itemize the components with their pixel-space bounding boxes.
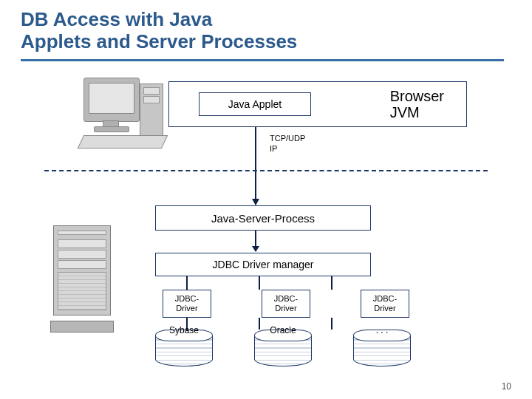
- database-icon: Oracle: [254, 330, 312, 335]
- jdbc-driver-row: JDBC- Driver JDBC- Driver JDBC- Driver: [163, 290, 409, 318]
- protocol-label: TCP/UDP IP: [270, 133, 305, 154]
- jdbc-manager-label: JDBC Driver manager: [213, 259, 314, 270]
- protocol-line-2: IP: [270, 143, 305, 154]
- jdbc-driver-box: JDBC- Driver: [262, 290, 310, 318]
- jdbc-driver-box: JDBC- Driver: [163, 290, 211, 318]
- java-server-process-box: Java-Server-Process: [155, 205, 371, 231]
- java-server-process-label: Java-Server-Process: [211, 212, 315, 225]
- connector-line: [186, 276, 188, 290]
- java-applet-label: Java Applet: [228, 98, 282, 110]
- network-boundary-line: [44, 170, 488, 171]
- connector-line: [331, 318, 332, 330]
- protocol-line-1: TCP/UDP: [270, 133, 305, 143]
- connector-line: [259, 276, 260, 290]
- java-applet-box: Java Applet: [199, 92, 311, 116]
- jdbc-manager-box: JDBC Driver manager: [155, 253, 371, 276]
- client-computer-icon: [78, 78, 166, 163]
- arrow-applet-to-server: [255, 127, 256, 205]
- database-row: Sybase Oracle . . .: [155, 330, 411, 335]
- database-label-etc: . . .: [353, 325, 411, 335]
- jdbc-driver-box: JDBC- Driver: [361, 290, 409, 318]
- title-underline: [21, 59, 504, 61]
- title-line-1: DB Access with Java: [21, 8, 212, 30]
- browser-jvm-label: Browser JVM: [390, 88, 444, 120]
- browser-jvm-box: Java Applet Browser JVM: [168, 81, 467, 127]
- connector-line: [331, 276, 332, 290]
- database-icon: . . .: [353, 330, 411, 335]
- database-label-oracle: Oracle: [254, 325, 312, 335]
- database-label-sybase: Sybase: [155, 325, 213, 335]
- arrow-server-to-jdbc: [255, 231, 256, 251]
- server-machine-icon: [53, 225, 111, 332]
- database-icon: Sybase: [155, 330, 213, 335]
- page-number: 10: [502, 381, 511, 392]
- title-line-2: Applets and Server Processes: [21, 30, 297, 52]
- slide-title: DB Access with Java Applets and Server P…: [0, 0, 532, 58]
